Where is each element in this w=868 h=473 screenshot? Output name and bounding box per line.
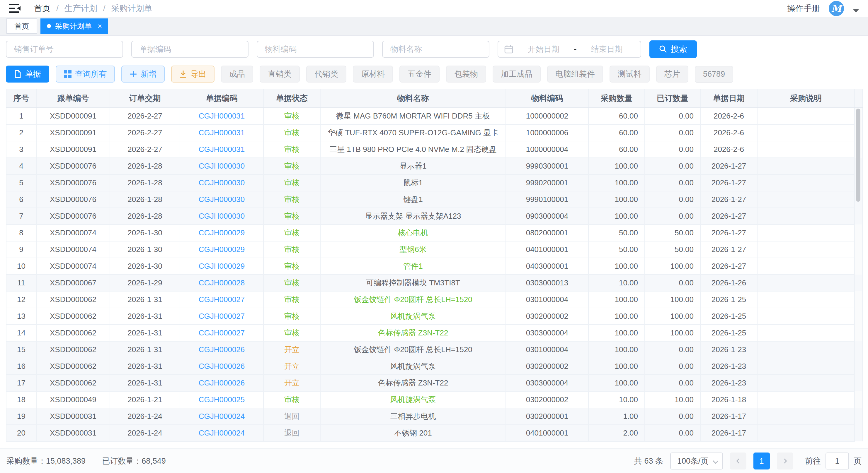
doc-code-link[interactable]: CGJH000027 <box>180 291 264 308</box>
category-buttons: 成品直销类代销类原材料五金件包装物加工成品电脑组装件测试料芯片56789 <box>221 66 740 83</box>
manual-link[interactable]: 操作手册 <box>787 3 820 14</box>
doc-code-link[interactable]: CGJH000026 <box>180 375 264 391</box>
doc-code-link[interactable]: CGJH000030 <box>180 158 264 174</box>
doc-code-link[interactable]: CGJH000029 <box>180 258 264 275</box>
tab-home[interactable]: 首页 <box>6 19 37 34</box>
doc-code-link[interactable]: CGJH000026 <box>180 358 264 375</box>
query-all-button[interactable]: 查询所有 <box>56 66 115 82</box>
cell-material-name: 型钢6米 <box>320 241 506 258</box>
table-row: 11 XSDD000067 2026-1-29 CGJH000028 审核 可编… <box>6 275 862 291</box>
cell-ordered-qty: 100.00 <box>645 308 701 325</box>
user-avatar[interactable]: M <box>829 1 844 16</box>
cell-index: 13 <box>6 308 36 325</box>
table-row: 6 XSDD000076 2026-1-28 CGJH000030 审核 键盘1… <box>6 191 862 208</box>
doc-code-link[interactable]: CGJH000030 <box>180 191 264 208</box>
cell-status: 审核 <box>264 158 320 174</box>
doc-code-link[interactable]: CGJH000030 <box>180 174 264 191</box>
cell-order-no: XSDD000049 <box>36 391 110 408</box>
table-row: 19 XSDD000031 2026-1-24 CGJH000024 退回 三相… <box>6 408 862 425</box>
current-page-button[interactable]: 1 <box>753 452 770 470</box>
breadcrumb-production-plan[interactable]: 生产计划 <box>64 3 97 14</box>
scrollbar-track <box>855 291 862 308</box>
tab-close-icon[interactable]: × <box>98 22 102 30</box>
tab-purchase-plan[interactable]: 采购计划单 × <box>40 19 108 34</box>
category-button[interactable]: 成品 <box>221 66 253 82</box>
cell-ordered-qty: 0.00 <box>645 174 701 191</box>
doc-code-link[interactable]: CGJH000031 <box>180 141 264 158</box>
cell-status: 开立 <box>264 341 320 358</box>
doc-code-input[interactable] <box>131 41 248 58</box>
category-button[interactable]: 五金件 <box>399 66 440 82</box>
doc-code-link[interactable]: CGJH000029 <box>180 225 264 241</box>
doc-code-link[interactable]: CGJH000030 <box>180 208 264 225</box>
category-button[interactable]: 代销类 <box>306 66 346 82</box>
cell-index: 10 <box>6 258 36 275</box>
doc-code-link[interactable]: CGJH000027 <box>180 325 264 341</box>
doc-code-link[interactable]: CGJH000024 <box>180 408 264 425</box>
doc-code-link[interactable]: CGJH000025 <box>180 391 264 408</box>
cell-purchase-qty: 100.00 <box>588 341 645 358</box>
cell-doc-date: 2026-1-18 <box>701 391 757 408</box>
cell-purchase-qty: 60.00 <box>588 108 645 125</box>
cell-status: 审核 <box>264 225 320 241</box>
goto-page-input[interactable] <box>826 452 849 470</box>
vertical-scrollbar-thumb[interactable] <box>856 109 860 202</box>
category-button[interactable]: 56789 <box>695 66 733 83</box>
scrollbar-track <box>855 308 862 325</box>
doc-code-link[interactable]: CGJH000031 <box>180 108 264 125</box>
page-size-select[interactable]: 100条/页 <box>670 452 723 470</box>
category-button[interactable]: 电脑组装件 <box>547 66 603 82</box>
cell-order-no: XSDD000076 <box>36 158 110 174</box>
export-button[interactable]: 导出 <box>171 66 215 82</box>
next-page-button[interactable] <box>777 452 793 470</box>
pagination: 共 63 条 100条/页 1 前往 页 <box>634 452 862 470</box>
cell-due-date: 2026-1-28 <box>110 174 180 191</box>
cell-status: 审核 <box>264 325 320 341</box>
search-button[interactable]: 搜索 <box>649 40 697 58</box>
breadcrumb-separator: / <box>56 4 59 13</box>
date-range-picker[interactable]: 开始日期 - 结束日期 <box>498 41 641 58</box>
breadcrumb-home[interactable]: 首页 <box>34 3 51 14</box>
user-menu-caret-icon[interactable] <box>853 9 859 12</box>
doc-code-link[interactable]: CGJH000029 <box>180 241 264 258</box>
category-button[interactable]: 测试料 <box>610 66 650 82</box>
cell-purchase-qty: 100.00 <box>588 158 645 174</box>
cell-purchase-note <box>757 425 855 441</box>
col-material-code: 物料编码 <box>506 89 588 108</box>
cell-index: 2 <box>6 125 36 141</box>
doc-code-link[interactable]: CGJH000024 <box>180 425 264 441</box>
sales-order-input[interactable] <box>6 41 123 58</box>
cell-material-code: 1000000002 <box>506 108 588 125</box>
doc-code-link[interactable]: CGJH000027 <box>180 308 264 325</box>
cell-material-code: 0303000004 <box>506 375 588 391</box>
col-doc-code: 单据编码 <box>180 89 264 108</box>
cell-doc-date: 2026-1-25 <box>701 308 757 325</box>
scrollbar-track <box>855 425 862 441</box>
cell-doc-date: 2026-1-23 <box>701 375 757 391</box>
search-icon <box>659 45 667 53</box>
category-button[interactable]: 原材料 <box>353 66 393 82</box>
plus-icon <box>129 70 137 78</box>
cell-doc-date: 2026-1-27 <box>701 208 757 225</box>
category-button[interactable]: 芯片 <box>656 66 688 82</box>
cell-due-date: 2026-1-29 <box>110 275 180 291</box>
cell-status: 开立 <box>264 375 320 391</box>
prev-page-button[interactable] <box>730 452 746 470</box>
cell-due-date: 2026-1-31 <box>110 325 180 341</box>
cell-purchase-qty: 10.00 <box>588 391 645 408</box>
doc-code-link[interactable]: CGJH000026 <box>180 341 264 358</box>
cell-material-code: 0401000001 <box>506 241 588 258</box>
material-code-input[interactable] <box>257 41 374 58</box>
doc-code-link[interactable]: CGJH000031 <box>180 125 264 141</box>
document-button[interactable]: 单据 <box>6 66 49 82</box>
category-button[interactable]: 包装物 <box>446 66 486 82</box>
cell-doc-date: 2026-1-27 <box>701 174 757 191</box>
category-button[interactable]: 直销类 <box>260 66 300 82</box>
add-new-button[interactable]: 新增 <box>121 66 165 82</box>
cell-purchase-note <box>757 408 855 425</box>
category-button[interactable]: 加工成品 <box>493 66 541 82</box>
doc-code-link[interactable]: CGJH000028 <box>180 275 264 291</box>
scrollbar-track <box>855 341 862 358</box>
menu-collapse-icon[interactable] <box>9 3 21 13</box>
material-name-input[interactable] <box>382 41 489 58</box>
